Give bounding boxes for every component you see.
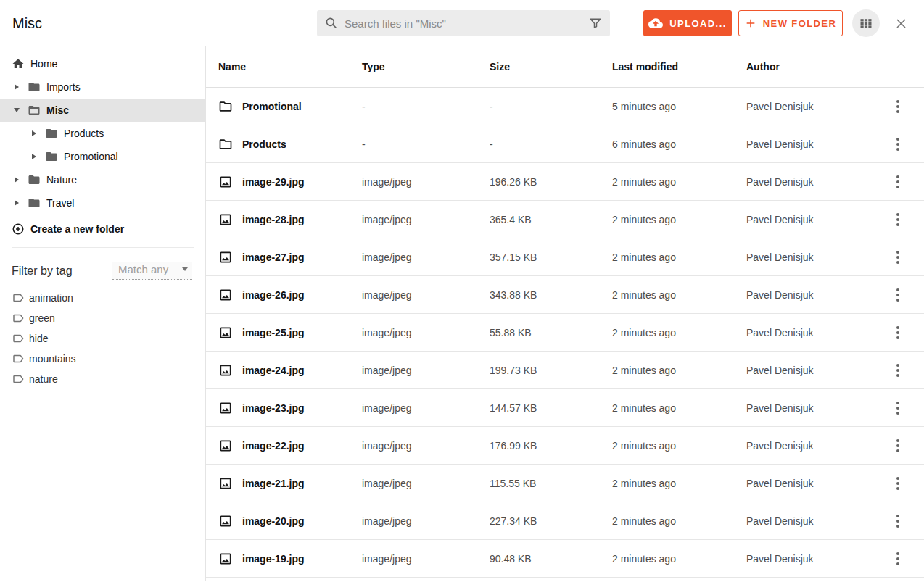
table-row[interactable]: image-25.jpg image/jpeg 55.88 KB 2 minut… bbox=[206, 314, 924, 352]
page-title: Misc bbox=[12, 14, 42, 31]
row-menu-button[interactable] bbox=[891, 284, 905, 306]
close-button[interactable] bbox=[893, 15, 909, 31]
plus-circle-icon bbox=[12, 223, 30, 236]
file-name: image-26.jpg bbox=[242, 289, 305, 301]
file-size: 357.15 KB bbox=[490, 251, 612, 263]
row-menu-button[interactable] bbox=[891, 397, 905, 419]
file-type: image/jpeg bbox=[362, 478, 490, 489]
table-body: Promotional - - 5 minutes ago Pavel Deni… bbox=[206, 88, 924, 578]
table-row[interactable]: image-24.jpg image/jpeg 199.73 KB 2 minu… bbox=[206, 352, 924, 389]
file-modified: 2 minutes ago bbox=[612, 365, 746, 376]
file-name: Products bbox=[242, 138, 286, 150]
file-modified: 2 minutes ago bbox=[612, 176, 746, 188]
caret-right-icon[interactable] bbox=[32, 154, 36, 159]
file-author: Pavel Denisjuk bbox=[746, 327, 880, 338]
tag-item-green[interactable]: green bbox=[0, 308, 205, 328]
file-name: image-19.jpg bbox=[242, 553, 305, 565]
tag-item-mountains[interactable]: mountains bbox=[0, 349, 205, 369]
row-menu-button[interactable] bbox=[891, 322, 905, 344]
filter-by-tag-label: Filter by tag bbox=[12, 265, 73, 278]
close-icon bbox=[894, 17, 908, 30]
sidebar-item-promotional[interactable]: Promotional bbox=[0, 145, 205, 168]
sidebar-item-nature[interactable]: Nature bbox=[0, 168, 205, 191]
caret-down-icon[interactable] bbox=[14, 108, 20, 112]
tag-match-select[interactable]: Match any bbox=[112, 262, 192, 280]
sidebar-item-imports[interactable]: Imports bbox=[0, 75, 205, 99]
file-modified: 2 minutes ago bbox=[612, 289, 746, 301]
row-menu-button[interactable] bbox=[891, 548, 905, 570]
sidebar-item-home[interactable]: Home bbox=[0, 52, 205, 75]
file-size: 55.88 KB bbox=[490, 327, 612, 338]
file-modified: 2 minutes ago bbox=[612, 402, 746, 414]
folder-icon bbox=[28, 196, 41, 209]
image-icon bbox=[218, 325, 233, 340]
file-size: 343.88 KB bbox=[490, 289, 612, 301]
folder-tree: Home Imports Misc Products Promotional N… bbox=[0, 52, 205, 215]
table-row[interactable]: image-27.jpg image/jpeg 357.15 KB 2 minu… bbox=[206, 238, 924, 276]
column-header-author: Author bbox=[746, 61, 880, 72]
table-row[interactable]: image-20.jpg image/jpeg 227.34 KB 2 minu… bbox=[206, 502, 924, 540]
table-row[interactable]: image-22.jpg image/jpeg 176.99 KB 2 minu… bbox=[206, 427, 924, 465]
tree-item-label: Nature bbox=[46, 174, 77, 186]
row-menu-button[interactable] bbox=[891, 96, 905, 117]
table-row[interactable]: image-19.jpg image/jpeg 90.48 KB 2 minut… bbox=[206, 540, 924, 578]
table-row[interactable]: image-23.jpg image/jpeg 144.57 KB 2 minu… bbox=[206, 389, 924, 427]
tag-icon bbox=[12, 332, 29, 345]
tree-item-label: Misc bbox=[46, 104, 69, 116]
caret-right-icon[interactable] bbox=[15, 200, 19, 206]
file-name: image-20.jpg bbox=[242, 515, 305, 527]
file-author: Pavel Denisjuk bbox=[746, 101, 880, 112]
column-header-size: Size bbox=[490, 61, 612, 72]
cloud-upload-icon bbox=[648, 16, 663, 30]
image-icon bbox=[218, 438, 233, 453]
sidebar-item-products[interactable]: Products bbox=[0, 122, 205, 145]
grid-view-button[interactable] bbox=[852, 9, 880, 37]
file-type: image/jpeg bbox=[362, 402, 490, 414]
tag-item-animation[interactable]: animation bbox=[0, 288, 205, 308]
tag-label: hide bbox=[29, 333, 48, 344]
tag-item-hide[interactable]: hide bbox=[0, 328, 205, 349]
sidebar-item-misc[interactable]: Misc bbox=[0, 99, 205, 122]
file-size: - bbox=[490, 101, 612, 112]
image-icon bbox=[218, 514, 233, 528]
caret-right-icon[interactable] bbox=[32, 130, 36, 136]
row-menu-button[interactable] bbox=[891, 359, 905, 381]
new-folder-button-label: NEW FOLDER bbox=[763, 18, 836, 29]
row-menu-button[interactable] bbox=[891, 133, 905, 155]
table-row[interactable]: image-21.jpg image/jpeg 115.55 KB 2 minu… bbox=[206, 465, 924, 502]
sidebar-item-travel[interactable]: Travel bbox=[0, 191, 205, 215]
file-type: image/jpeg bbox=[362, 365, 490, 376]
table-row[interactable]: Promotional - - 5 minutes ago Pavel Deni… bbox=[206, 88, 924, 125]
table-row[interactable]: image-26.jpg image/jpeg 343.88 KB 2 minu… bbox=[206, 276, 924, 314]
filter-icon[interactable] bbox=[588, 16, 603, 30]
create-folder-label: Create a new folder bbox=[30, 223, 124, 235]
tag-item-nature[interactable]: nature bbox=[0, 369, 205, 389]
row-menu-button[interactable] bbox=[891, 435, 905, 457]
caret-right-icon[interactable] bbox=[15, 84, 19, 90]
image-icon bbox=[218, 250, 233, 265]
folder-icon bbox=[28, 173, 41, 186]
column-header-modified: Last modified bbox=[612, 61, 746, 72]
row-menu-button[interactable] bbox=[891, 209, 905, 230]
table-row[interactable]: image-28.jpg image/jpeg 365.4 KB 2 minut… bbox=[206, 201, 924, 238]
row-menu-button[interactable] bbox=[891, 171, 905, 193]
file-type: image/jpeg bbox=[362, 251, 490, 263]
file-modified: 2 minutes ago bbox=[612, 251, 746, 263]
tag-icon bbox=[12, 291, 29, 304]
sidebar-divider bbox=[12, 247, 194, 248]
row-menu-button[interactable] bbox=[891, 246, 905, 268]
caret-right-icon[interactable] bbox=[15, 177, 19, 183]
row-menu-button[interactable] bbox=[891, 473, 905, 494]
file-name: image-24.jpg bbox=[242, 365, 305, 376]
create-folder-button[interactable]: Create a new folder bbox=[0, 217, 205, 241]
file-size: 176.99 KB bbox=[490, 440, 612, 452]
new-folder-button[interactable]: NEW FOLDER bbox=[738, 10, 843, 36]
search-input[interactable] bbox=[345, 17, 582, 30]
table-row[interactable]: Products - - 6 minutes ago Pavel Denisju… bbox=[206, 125, 924, 163]
table-row[interactable]: image-29.jpg image/jpeg 196.26 KB 2 minu… bbox=[206, 163, 924, 201]
row-menu-button[interactable] bbox=[891, 510, 905, 532]
upload-button[interactable]: UPLOAD... bbox=[643, 10, 732, 36]
file-type: - bbox=[362, 101, 490, 112]
tag-list: animation green hide mountains nature bbox=[0, 288, 205, 389]
file-table: Name Type Size Last modified Author Prom… bbox=[206, 46, 924, 581]
